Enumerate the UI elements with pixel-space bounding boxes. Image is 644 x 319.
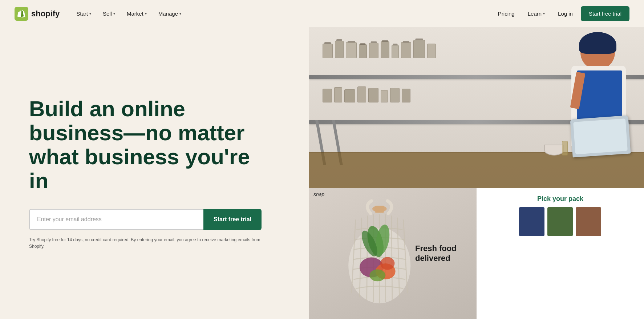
table-bottle (562, 141, 568, 156)
hero-heading: Build an online business—no matter what … (29, 97, 254, 193)
jar (427, 44, 436, 58)
svg-point-19 (380, 257, 394, 270)
person-neck (590, 56, 600, 65)
pick-pack-title: Pick your pack (537, 195, 583, 203)
nav-item-start[interactable]: Start ▾ (71, 8, 96, 20)
hero-section: Build an online business—no matter what … (0, 27, 644, 319)
hero-left-panel: Build an online business—no matter what … (0, 27, 309, 319)
chevron-down-icon: ▾ (145, 12, 147, 16)
fresh-food-text: Fresh food delivered (415, 244, 457, 263)
jar (402, 89, 410, 102)
collage-kitchen-panel (309, 27, 644, 188)
hero-collage: snap (309, 27, 644, 319)
jar (323, 44, 333, 58)
laptop-lid (570, 116, 631, 158)
nav-item-manage[interactable]: Manage ▾ (153, 8, 186, 20)
chevron-down-icon: ▾ (113, 12, 115, 16)
svg-point-18 (369, 269, 385, 281)
collage-food-panel: snap (309, 188, 477, 319)
jar (359, 44, 367, 58)
jars-row-mid (323, 86, 410, 102)
nav-left-items: Start ▾ Sell ▾ Market ▾ Manage ▾ (71, 8, 493, 20)
hero-right-panel: snap (309, 27, 644, 319)
jar (368, 88, 378, 102)
nav-cta-button[interactable]: Start free trial (581, 6, 629, 21)
hero-cta-button[interactable]: Start free trial (203, 209, 262, 230)
net-bag-svg (333, 198, 426, 309)
swatch-tan[interactable] (576, 207, 601, 236)
snap-label: snap (313, 191, 324, 197)
jars-row-top (323, 40, 436, 58)
shopify-logo-icon (15, 7, 28, 21)
jar (334, 87, 342, 102)
jar (390, 88, 400, 102)
chevron-down-icon: ▾ (179, 12, 181, 16)
color-swatches (519, 207, 601, 236)
nav-item-learn[interactable]: Learn ▾ (523, 8, 550, 20)
jar (335, 41, 344, 58)
food-bag-scene: snap (309, 188, 477, 319)
laptop-screen (573, 118, 628, 154)
hero-form: Start free trial (29, 209, 262, 230)
jar (346, 42, 357, 58)
logo-link[interactable]: shopify (15, 7, 60, 21)
chevron-down-icon: ▾ (89, 12, 91, 16)
svg-rect-2 (374, 206, 384, 213)
jar (323, 89, 332, 102)
chevron-down-icon: ▾ (543, 12, 545, 16)
hero-disclaimer: Try Shopify free for 14 days, no credit … (29, 237, 262, 250)
jar (401, 42, 411, 58)
swatch-navy[interactable] (519, 207, 544, 236)
email-input[interactable] (29, 209, 203, 230)
net-bag-container (333, 198, 426, 309)
jar (381, 90, 388, 102)
jar (381, 41, 389, 58)
jar (369, 43, 378, 58)
kitchen-scene (309, 27, 644, 188)
login-link[interactable]: Log in (553, 8, 578, 20)
nav-item-sell[interactable]: Sell ▾ (98, 8, 120, 20)
nav-item-pricing[interactable]: Pricing (493, 8, 520, 20)
swatch-green[interactable] (547, 207, 573, 236)
jar (357, 86, 366, 102)
nav-right-items: Pricing Learn ▾ Log in Start free trial (493, 6, 629, 21)
nav-item-market[interactable]: Market ▾ (122, 8, 152, 20)
jar (413, 40, 425, 58)
collage-pick-pack-panel: Pick your pack (477, 188, 644, 319)
jar (344, 89, 355, 102)
navbar: shopify Start ▾ Sell ▾ Market ▾ Manage ▾… (0, 0, 644, 27)
brand-name: shopify (31, 9, 60, 19)
jar (392, 45, 399, 58)
table-surface (309, 152, 644, 187)
